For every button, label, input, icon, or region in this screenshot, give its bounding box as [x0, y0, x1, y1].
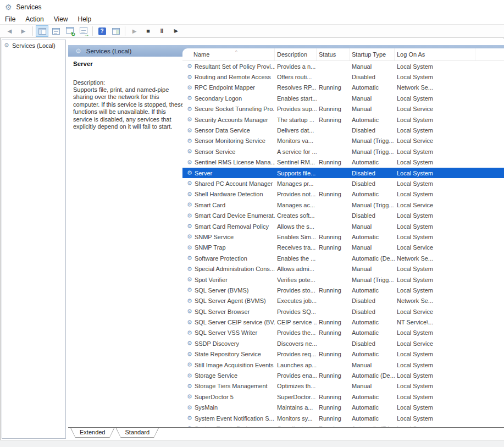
service-name: System Event Notification S...	[195, 415, 274, 422]
table-row[interactable]: ⚙ Sensor Monitoring Service Monitors va.…	[182, 136, 504, 146]
service-name: SuperDoctor 5	[195, 394, 234, 400]
table-row[interactable]: ⚙ Resultant Set of Policy Provi... Provi…	[182, 61, 504, 71]
export-list-button[interactable]: →	[77, 25, 90, 37]
table-row[interactable]: ⚙ Secure Socket Tunneling Pro... Provide…	[182, 104, 504, 114]
tree-item-label: Services (Local)	[12, 42, 56, 49]
column-header-log-on-as[interactable]: Log On As	[395, 48, 475, 60]
table-row[interactable]: ⚙ Special Administration Cons... Allows …	[182, 263, 504, 274]
column-header-startup-type[interactable]: Startup Type	[350, 48, 395, 60]
restart-service-button[interactable]: I▶	[169, 25, 182, 37]
menu-item[interactable]: Help	[78, 15, 92, 23]
table-row[interactable]: ⚙ Smart Card Removal Policy Allows the s…	[182, 221, 504, 231]
table-row[interactable]: ⚙ SSDP Discovery Discovers ne... Disable…	[182, 338, 504, 349]
service-log-on-as: Local System	[395, 148, 475, 155]
column-header-status[interactable]: Status	[317, 48, 350, 60]
service-log-on-as: Local System	[395, 95, 475, 102]
table-row[interactable]: ⚙ SQL Server (BVMS) Provides sto... Runn…	[182, 285, 504, 295]
refresh-button[interactable]: ↻	[63, 25, 76, 37]
service-description: Delivers dat...	[275, 127, 317, 134]
pause-service-button[interactable]: II	[156, 25, 168, 37]
services-pane: ⚙ Services (Local) Server Description: S…	[68, 38, 504, 440]
stop-service-button[interactable]: ■	[142, 25, 154, 37]
back-button[interactable]: ◄	[3, 25, 16, 37]
table-row[interactable]: ⚙ Software Protection Enables the ... Au…	[182, 253, 504, 263]
description-label: Description:	[73, 79, 186, 86]
console-tree-panel: ⚙ Services (Local)	[2, 40, 66, 439]
service-description: Enables Sim...	[275, 234, 317, 240]
menu-item[interactable]: View	[54, 15, 68, 23]
table-row[interactable]: ⚙ Spot Verifier Verifies pote... Manual …	[182, 274, 504, 285]
table-row[interactable]: ⚙ Storage Tiers Management Optimizes th.…	[182, 381, 504, 391]
service-name: Smart Card Removal Policy	[195, 223, 269, 230]
service-startup-type: Manual	[350, 95, 395, 102]
service-startup-type: Automatic	[350, 404, 395, 411]
column-header-name[interactable]: Name	[187, 48, 275, 60]
table-row[interactable]: ⚙ Still Image Acquisition Events Launche…	[182, 360, 504, 370]
service-gear-icon: ⚙	[187, 137, 192, 145]
table-row[interactable]: ⚙ System Event Notification S... Monitor…	[182, 413, 504, 423]
table-row[interactable]: ⚙ Routing and Remote Access Offers routi…	[182, 71, 504, 82]
service-name: Storage Service	[195, 372, 237, 379]
table-row[interactable]: ⚙ Security Accounts Manager The startup …	[182, 114, 504, 125]
table-row[interactable]: ⚙ SQL Server VSS Writer Provides the... …	[182, 328, 504, 338]
table-row[interactable]: ⚙ SysMain Maintains a... Running Automat…	[182, 402, 504, 413]
table-row[interactable]: ⚙ Secondary Logon Enables start... Manua…	[182, 93, 504, 103]
service-name: SysMain	[195, 404, 218, 411]
table-row[interactable]: ⚙ Sentinel RMS License Mana... Sentinel …	[182, 157, 504, 168]
table-row[interactable]: ⚙ Sensor Data Service Delivers dat... Di…	[182, 125, 504, 135]
table-row[interactable]: ⚙ Server Supports file... Disabled Local…	[182, 168, 504, 178]
service-startup-type: Automatic	[350, 394, 395, 400]
show-console-tree-button[interactable]	[36, 25, 48, 37]
service-description: Discovers ne...	[275, 340, 317, 347]
table-row[interactable]: ⚙ System Events Broker Coordinates... Ru…	[182, 423, 504, 427]
table-row[interactable]: ⚙ Sensor Service A service for ... Manua…	[182, 146, 504, 157]
service-description: Maintains a...	[275, 404, 317, 411]
service-name: Shell Hardware Detection	[195, 191, 263, 197]
service-status: Running	[317, 287, 350, 294]
forward-icon: ►	[20, 27, 27, 35]
table-row[interactable]: ⚙ SQL Server Agent (BVMS) Executes job..…	[182, 296, 504, 306]
show-action-pane-button[interactable]	[109, 25, 122, 37]
properties-button[interactable]	[49, 25, 62, 37]
service-log-on-as: Local System	[395, 362, 475, 368]
table-row[interactable]: ⚙ Shell Hardware Detection Provides not.…	[182, 189, 504, 200]
service-log-on-as: Local System	[395, 329, 475, 336]
table-row[interactable]: ⚙ SQL Server Browser Provides SQ... Disa…	[182, 306, 504, 317]
view-tab[interactable]: Standard	[115, 428, 159, 438]
column-header-description[interactable]: Description	[275, 48, 317, 60]
status-bar	[0, 440, 504, 447]
table-row[interactable]: ⚙ Smart Card Device Enumerat... Creates …	[182, 210, 504, 220]
service-gear-icon: ⚙	[187, 372, 192, 379]
view-tab[interactable]: Extended	[70, 428, 114, 438]
action-pane-icon	[112, 28, 120, 35]
table-row[interactable]: ⚙ RPC Endpoint Mapper Resolves RP... Run…	[182, 82, 504, 93]
service-startup-type: Manual (Trigg...	[350, 137, 395, 144]
menu-item[interactable]: File	[5, 15, 15, 23]
table-row[interactable]: ⚙ State Repository Service Provides req.…	[182, 349, 504, 360]
service-status: Running	[317, 84, 350, 91]
service-name: Routing and Remote Access	[195, 74, 271, 80]
service-name: Storage Tiers Management	[195, 383, 268, 389]
table-row[interactable]: ⚙ SNMP Service Enables Sim... Running Au…	[182, 231, 504, 242]
selected-service-name: Server	[73, 60, 186, 67]
table-row[interactable]: ⚙ Storage Service Provides ena... Runnin…	[182, 370, 504, 380]
forward-button[interactable]: ►	[17, 25, 30, 37]
table-row[interactable]: ⚙ SuperDoctor 5 SuperDoctor... Running A…	[182, 391, 504, 402]
table-row[interactable]: ⚙ Smart Card Manages ac... Manual (Trigg…	[182, 200, 504, 210]
service-log-on-as: Local System	[395, 74, 475, 80]
service-gear-icon: ⚙	[187, 266, 192, 273]
service-log-on-as: Local System	[395, 415, 475, 422]
table-row[interactable]: ⚙ SNMP Trap Receives tra... Running Manu…	[182, 242, 504, 253]
service-name: Resultant Set of Policy Provi...	[195, 63, 275, 70]
restart-service-icon: I▶	[174, 29, 178, 34]
service-status: Running	[317, 415, 350, 422]
service-status: Running	[317, 191, 350, 197]
help-button[interactable]: ?	[96, 25, 108, 37]
table-row[interactable]: ⚙ SQL Server CEIP service (BV... CEIP se…	[182, 317, 504, 327]
table-row[interactable]: ⚙ Shared PC Account Manager Manages pr..…	[182, 178, 504, 189]
service-startup-type: Automatic	[350, 287, 395, 294]
tree-item-services-local[interactable]: ⚙ Services (Local)	[2, 40, 65, 51]
menu-item[interactable]: Action	[25, 15, 43, 23]
service-log-on-as: Local Service	[395, 244, 475, 251]
start-service-button[interactable]: ▶	[128, 25, 141, 37]
